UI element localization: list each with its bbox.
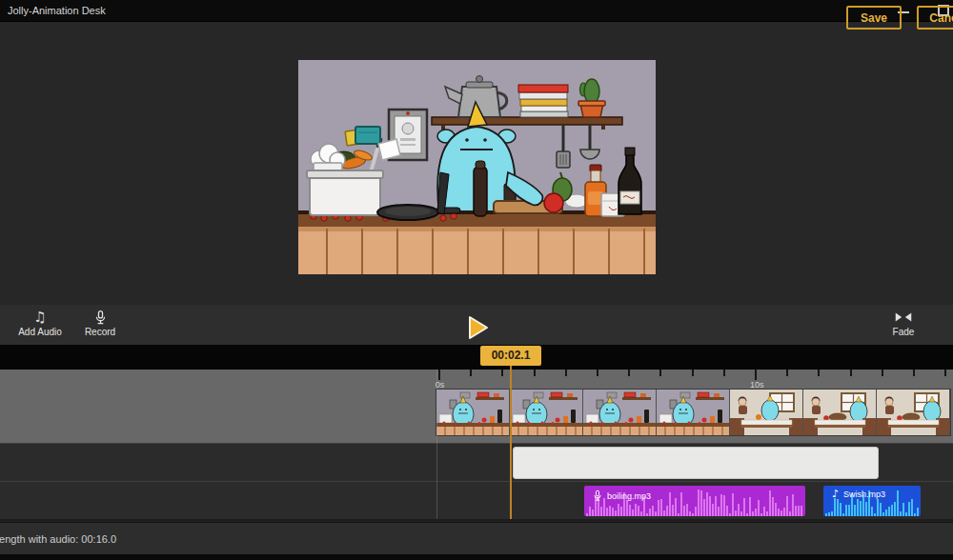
playhead-line[interactable] [510, 347, 512, 519]
ruler-tick [944, 370, 946, 376]
audio-track-row: boiling.mp3♪Swish.mp3 [0, 481, 953, 519]
animation-desk-window: Jolly-Animation Desk [0, 0, 953, 560]
ruler-tick [786, 370, 788, 376]
status-bar: Length with audio: 00:16.0 [0, 522, 953, 554]
video-preview [298, 60, 656, 274]
audio-clip-name: Swish.mp3 [843, 490, 885, 499]
video-frame-thumbnail[interactable] [803, 390, 877, 435]
ruler-tick [565, 370, 567, 376]
playhead-time-badge[interactable]: 00:02.1 [480, 346, 541, 366]
play-button[interactable] [465, 314, 492, 341]
ruler-tick [913, 370, 915, 376]
bottom-edge [0, 554, 953, 560]
audio-clip[interactable]: boiling.mp3 [584, 486, 805, 516]
ruler-tick [628, 370, 630, 376]
ruler-tick [470, 370, 472, 376]
title-track-row [0, 443, 953, 481]
audio-clip-label: boiling.mp3 [593, 490, 651, 502]
ruler-tick [659, 370, 661, 376]
ruler-label: 10s [750, 380, 764, 390]
video-track-clip[interactable] [436, 390, 950, 435]
audio-clip-name: boiling.mp3 [607, 491, 651, 501]
music-note-icon: ♪ [832, 490, 839, 499]
video-frame-thumbnail[interactable] [730, 390, 803, 435]
microphone-icon [94, 309, 107, 326]
save-button[interactable]: Save [846, 6, 902, 30]
seek-strip[interactable] [0, 345, 953, 370]
ruler-tick [534, 370, 536, 376]
blank-card-clip[interactable] [513, 447, 879, 479]
audio-clip-label: ♪Swish.mp3 [832, 490, 885, 499]
fade-label: Fade [893, 327, 915, 337]
cancel-button[interactable]: Cancel [917, 6, 953, 30]
ruler-tick [501, 370, 503, 376]
add-audio-button[interactable]: ♫ Add Audio [11, 309, 69, 337]
audio-clip[interactable]: ♪Swish.mp3 [823, 486, 921, 516]
track-start-divider [436, 370, 437, 519]
ruler-tick [882, 370, 883, 376]
play-icon [466, 314, 491, 341]
kitchen-scene-illustration [298, 60, 656, 274]
video-frame-thumbnail[interactable] [877, 390, 950, 435]
video-frame-thumbnail[interactable] [436, 390, 510, 435]
ruler-tick [818, 370, 820, 376]
timeline: 0s10s boiling.mp3♪Swish.mp3 [0, 370, 953, 519]
ruler-tick [438, 370, 440, 380]
video-frame-thumbnail[interactable] [583, 390, 657, 435]
video-frame-thumbnail[interactable] [657, 390, 730, 435]
ruler-tick [597, 370, 598, 376]
record-button[interactable]: Record [76, 309, 124, 337]
ruler-tick [850, 370, 852, 376]
record-label: Record [85, 327, 115, 337]
fade-icon [893, 309, 914, 326]
ruler-tick [692, 370, 694, 376]
video-frame-thumbnail[interactable] [510, 390, 583, 435]
titlebar: Jolly-Animation Desk [0, 0, 953, 22]
fade-button[interactable]: Fade [879, 309, 928, 337]
ruler-tick [755, 370, 757, 380]
timeline-ruler[interactable]: 0s10s [0, 370, 953, 443]
length-with-audio-text: Length with audio: 00:16.0 [0, 533, 116, 545]
window-title: Jolly-Animation Desk [8, 5, 106, 16]
add-audio-label: Add Audio [18, 327, 62, 337]
microphone-icon [593, 490, 602, 502]
ruler-tick [723, 370, 725, 376]
music-notes-icon: ♫ [33, 309, 46, 326]
